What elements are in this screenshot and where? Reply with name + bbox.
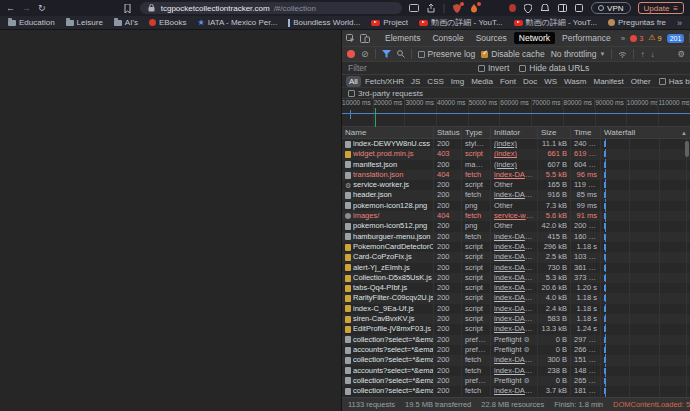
initiator-link[interactable]: index-DAtTRu… <box>494 283 538 292</box>
type-chip-js[interactable]: JS <box>408 76 423 87</box>
initiator-link[interactable]: service-worke… <box>494 211 538 220</box>
clear-network-log-icon[interactable]: ⊘ <box>361 50 369 59</box>
request-row[interactable]: siren-CavBvxKV.js200scriptindex-DAtTRu…5… <box>342 314 690 324</box>
inspect-element-icon[interactable] <box>346 34 355 43</box>
brave-shields-icon[interactable] <box>452 3 462 14</box>
bookmark-sidebar-icon[interactable] <box>123 3 133 14</box>
network-conditions-icon[interactable] <box>618 51 627 58</box>
extension-red-icon[interactable] <box>509 4 516 12</box>
forward-button[interactable]: → <box>22 0 31 16</box>
request-row[interactable]: Card-CoPzoFix.js200scriptindex-DAtTRu…2.… <box>342 252 690 262</box>
request-row[interactable]: hamburguer-menu.json200fetchindex-DAtTRu… <box>342 232 690 242</box>
request-row[interactable]: PokemonCardDetectorComp…200scriptindex-D… <box>342 242 690 252</box>
bookmark-item[interactable]: 動画の詳細 - YouT... <box>419 17 502 28</box>
type-chip-wasm[interactable]: Wasm <box>561 76 589 87</box>
search-icon[interactable] <box>397 50 405 58</box>
back-button[interactable]: ← <box>6 0 15 16</box>
request-row[interactable]: index-C_9Ea-Uf.js200scriptindex-DAtTRu…2… <box>342 304 690 314</box>
preserve-log-checkbox[interactable]: Preserve log <box>418 49 476 59</box>
device-toolbar-icon[interactable] <box>360 34 370 43</box>
import-har-icon[interactable]: ↑ <box>640 50 644 59</box>
tab-elements[interactable]: Elements <box>380 32 425 44</box>
tab-performance[interactable]: Performance <box>557 32 616 44</box>
request-row[interactable]: header.json200fetchindex-DAtTRu…916 B85 … <box>342 190 690 200</box>
reload-button[interactable]: ↻ <box>38 0 46 16</box>
initiator-link[interactable]: (index) <box>494 160 517 169</box>
record-network-log-button[interactable] <box>347 50 355 58</box>
initiator-link[interactable]: index-DAtTRu… <box>494 314 538 323</box>
initiator-link[interactable]: index-DAtTRu… <box>494 324 538 333</box>
request-row[interactable]: accounts?select=*&email=eq…200fetchindex… <box>342 366 690 376</box>
type-chip-font[interactable]: Font <box>497 76 519 87</box>
initiator-link[interactable]: index-DAtTRu… <box>494 252 538 261</box>
address-bar[interactable]: tcgpocketcollectiontracker.com/#/collect… <box>140 2 402 14</box>
request-row[interactable]: pokemon-icon128.png200pngOther7.3 kB99 m… <box>342 201 690 211</box>
request-row[interactable]: tabs-Qq4-PIbf.js200scriptindex-DAtTRu…20… <box>342 283 690 293</box>
throttling-dropdown[interactable]: No throttling ▼ <box>551 49 606 59</box>
initiator-link[interactable]: index-DAtTRu… <box>494 263 538 272</box>
vpn-button[interactable]: VPN <box>591 2 630 14</box>
column-header-status[interactable]: Status <box>434 127 462 138</box>
column-header-size[interactable]: Size <box>538 127 571 138</box>
tab-network[interactable]: Network <box>514 32 555 44</box>
initiator-link[interactable]: index-DAtTRu… <box>494 273 538 282</box>
tab-console[interactable]: Console <box>427 32 468 44</box>
filter-input[interactable]: Filter <box>348 63 468 73</box>
extension-shield-icon[interactable] <box>523 3 533 14</box>
issues-badge[interactable]: 201 <box>667 34 685 43</box>
tab-sources[interactable]: Sources <box>471 32 512 44</box>
request-row[interactable]: translation.json404fetchindex-DAtTRu…5.5… <box>342 170 690 180</box>
request-row[interactable]: widget.prod.min.js403script(index)661 B6… <box>342 149 690 159</box>
hide-data-urls-checkbox[interactable]: Hide data URLs <box>519 63 589 73</box>
initiator-link[interactable]: index-DAtTRu… <box>494 190 538 199</box>
extension-bell-icon[interactable] <box>540 3 550 14</box>
has-blocked-cookies-checkbox[interactable]: Has blocked cookies <box>659 77 690 86</box>
disable-cache-checkbox[interactable]: Disable cache <box>481 49 544 59</box>
initiator-link[interactable]: index-DAtTRu… <box>494 355 538 364</box>
initiator-link[interactable]: index-DAtTRu… <box>494 386 538 395</box>
tab-capture-icon[interactable] <box>409 3 419 14</box>
request-row[interactable]: EditProfile-jV8mxF03.js200scriptindex-DA… <box>342 324 690 334</box>
bookmark-item[interactable]: Boundless World... <box>288 18 360 27</box>
initiator-link[interactable]: index-DAtTRu… <box>494 242 538 251</box>
type-chip-other[interactable]: Other <box>628 76 654 87</box>
network-overview-timeline[interactable]: 10000 ms20000 ms30000 ms40000 ms50000 ms… <box>342 99 690 127</box>
request-row[interactable]: collection?select=*&email=e…200preflight… <box>342 335 690 345</box>
bookmark-item[interactable]: ★IATA - Mexico Per... <box>198 18 278 27</box>
bookmark-item[interactable]: Leisure <box>66 18 103 27</box>
type-chip-doc[interactable]: Doc <box>520 76 540 87</box>
initiator-link[interactable]: index-DAtTRu… <box>494 232 538 241</box>
warning-badge[interactable]: ⚠ 9 <box>648 34 661 43</box>
request-row[interactable]: RarityFilter-C09cqv2U.js200scriptindex-D… <box>342 293 690 303</box>
error-badge[interactable]: 3 <box>630 34 643 43</box>
initiator-link[interactable]: (index) <box>494 139 517 148</box>
bookmark-item[interactable]: EBooks <box>149 18 187 27</box>
column-header-time[interactable]: Time <box>571 127 601 138</box>
initiator-link[interactable]: index-DAtTRu… <box>494 293 538 302</box>
share-icon[interactable] <box>426 3 436 14</box>
page-content-area[interactable] <box>0 30 341 411</box>
type-chip-img[interactable]: Img <box>448 76 467 87</box>
request-row[interactable]: collection?select=*&email=e…200fetchinde… <box>342 355 690 365</box>
request-row[interactable]: collection?select=*&email=e…200fetchinde… <box>342 386 690 396</box>
more-tabs-chevron[interactable]: » <box>621 34 625 43</box>
request-row[interactable]: manifest.json200manifest(index)607 B604 … <box>342 160 690 170</box>
column-header-waterfall[interactable]: Waterfall▲ <box>601 127 690 138</box>
type-chip-media[interactable]: Media <box>468 76 496 87</box>
request-row[interactable]: images/404fetchservice-worke…5.6 kB91 ms <box>342 211 690 221</box>
sidebar-toggle-icon[interactable] <box>557 3 567 14</box>
initiator-link[interactable]: (index) <box>494 149 517 158</box>
request-row[interactable]: index-DEWYW8nU.css200stylesh…(index)11.1… <box>342 139 690 149</box>
bookmark-item[interactable]: Education <box>8 18 55 27</box>
column-header-type[interactable]: Type <box>462 127 491 138</box>
checkbox-unchecked[interactable] <box>348 90 355 97</box>
type-chip-manifest[interactable]: Manifest <box>590 76 626 87</box>
tab-group-icon[interactable] <box>574 3 584 14</box>
type-chip-ws[interactable]: WS <box>541 76 560 87</box>
initiator-link[interactable]: index-DAtTRu… <box>494 304 538 313</box>
export-har-icon[interactable]: ↓ <box>650 50 654 59</box>
column-header-initiator[interactable]: Initiator <box>491 127 538 138</box>
request-row[interactable]: Collection-D5x85UsK.js200scriptindex-DAt… <box>342 273 690 283</box>
initiator-link[interactable]: index-DAtTRu… <box>494 170 538 179</box>
bookmarks-overflow-chevron[interactable]: » <box>677 18 682 28</box>
